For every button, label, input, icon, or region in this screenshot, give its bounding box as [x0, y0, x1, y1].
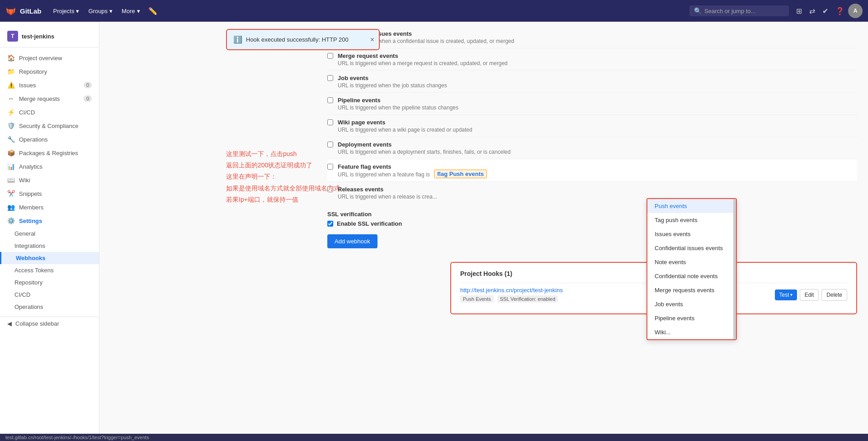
merge-request-icon-button[interactable]: ⇄	[806, 5, 819, 17]
sidebar-subitem-webhooks[interactable]: Webhooks	[0, 252, 99, 264]
event-merge-request-checkbox[interactable]	[327, 53, 333, 59]
sidebar-item-label: Operations	[19, 136, 48, 143]
sidebar-item-label: Packages & Registries	[19, 150, 78, 156]
event-wiki-label[interactable]: Wiki page events	[338, 119, 385, 126]
event-feature-flag-label[interactable]: Feature flag events	[338, 163, 392, 170]
event-releases-label[interactable]: Releases events	[338, 186, 383, 193]
status-url: test.gitlab.cn/root/test-jenkins/-/hooks…	[5, 435, 149, 440]
sidebar-item-label: Analytics	[19, 163, 42, 170]
alert-close-button[interactable]: ×	[370, 36, 374, 44]
event-feature-flag: Feature flag events URL is triggered whe…	[327, 159, 857, 182]
event-wiki-desc: URL is triggered when a wiki page is cre…	[338, 127, 472, 133]
search-box: 🔍	[689, 5, 789, 16]
event-deployment-checkbox[interactable]	[327, 142, 333, 147]
operations-icon: 🔧	[7, 136, 14, 143]
annotation-line-3: 这里在声明一下：	[226, 171, 340, 182]
sidebar-item-wiki[interactable]: 📖 Wiki	[0, 173, 99, 187]
add-webhook-button[interactable]: Add webhook	[327, 234, 377, 248]
home-icon: 🏠	[7, 54, 14, 62]
dropdown-item-confidential-note-events[interactable]: Confidential note events	[647, 269, 736, 283]
ssl-checkbox-label[interactable]: Enable SSL verification	[337, 220, 402, 227]
sidebar-item-cicd[interactable]: ⚡ CI/CD	[0, 105, 99, 119]
dropdown-item-tag-push-events[interactable]: Tag push events	[647, 213, 736, 227]
sidebar-item-label: Members	[19, 204, 43, 211]
sidebar-item-label: Issues	[19, 82, 36, 89]
more-menu-button[interactable]: More ▾	[117, 5, 145, 17]
collapse-icon: ◀	[7, 320, 12, 327]
issues-icon: ⚠️	[7, 81, 14, 89]
sidebar-item-issues[interactable]: ⚠️ Issues 0	[0, 78, 99, 92]
dropdown-item-pipeline-events[interactable]: Pipeline events	[647, 311, 736, 325]
sidebar-item-packages[interactable]: 📦 Packages & Registries	[0, 146, 99, 160]
sidebar-item-merge-requests[interactable]: ↔️ Merge requests 0	[0, 92, 99, 105]
ssl-checkbox[interactable]	[327, 221, 333, 227]
search-input[interactable]	[704, 8, 777, 14]
event-releases: Releases events URL is triggered when a …	[327, 182, 857, 204]
sidebar-item-repository[interactable]: 📁 Repository	[0, 65, 99, 78]
sidebar-subitem-integrations[interactable]: Integrations	[0, 240, 99, 252]
repository-icon: 📁	[7, 68, 14, 75]
sidebar-item-security-compliance[interactable]: 🛡️ Security & Compliance	[0, 119, 99, 133]
sidebar-subitem-cicd[interactable]: CI/CD	[0, 289, 99, 301]
help-icon-button[interactable]: ❓	[832, 5, 848, 17]
event-job-desc: URL is triggered when the job status cha…	[338, 82, 447, 89]
collapse-label: Collapse sidebar	[15, 320, 59, 327]
sidebar-item-snippets[interactable]: ✂️ Snippets	[0, 187, 99, 200]
dropdown-item-push-events[interactable]: Push events	[647, 199, 736, 213]
gitlab-wordmark: GitLab	[20, 7, 42, 15]
sidebar-item-operations[interactable]: 🔧 Operations	[0, 133, 99, 146]
issues-badge: 0	[84, 82, 92, 88]
test-button[interactable]: Test ▾	[775, 289, 797, 300]
sidebar-subitem-access-tokens[interactable]: Access Tokens	[0, 264, 99, 276]
sidebar-item-project-overview[interactable]: 🏠 Project overview	[0, 51, 99, 65]
event-job-checkbox[interactable]	[327, 75, 333, 81]
annotation-overlay: 这里测试一下，点击push 返回上面的200状态证明成功了 这里在声明一下： 如…	[226, 148, 340, 205]
sidebar-item-members[interactable]: 👥 Members	[0, 200, 99, 214]
dropdown-item-issues-events[interactable]: Issues events	[647, 227, 736, 241]
event-deployment: Deployment events URL is triggered when …	[327, 137, 857, 159]
issues-icon-button[interactable]: ✔	[819, 5, 832, 17]
event-confidential-issues: Confidential issues events URL is trigge…	[327, 26, 857, 48]
alert-text: Hook executed successfully: HTTP 200	[246, 36, 349, 43]
events-content: Confidential issues events URL is trigge…	[316, 26, 868, 314]
ssl-label: SSL verification	[327, 211, 857, 218]
delete-button[interactable]: Delete	[821, 289, 847, 301]
dropdown-item-wiki-events[interactable]: Wiki...	[647, 325, 736, 339]
page-layout: T test-jenkins 🏠 Project overview 📁 Repo…	[0, 22, 868, 441]
sidebar-item-label: Merge requests	[19, 95, 60, 102]
event-deployment-label[interactable]: Deployment events	[338, 141, 392, 148]
projects-menu-button[interactable]: Projects ▾	[49, 5, 84, 17]
event-wiki-checkbox[interactable]	[327, 119, 333, 125]
security-icon: 🛡️	[7, 122, 14, 129]
groups-menu-button[interactable]: Groups ▾	[84, 5, 117, 17]
sidebar-subitem-operations[interactable]: Operations	[0, 301, 99, 313]
dropdown-item-confidential-issues-events[interactable]: Confidential issues events	[647, 241, 736, 255]
event-merge-request-desc: URL is triggered when a merge request is…	[338, 60, 508, 66]
event-job-label[interactable]: Job events	[338, 75, 368, 81]
pencil-icon-button[interactable]: ✏️	[145, 5, 161, 17]
dropdown-scrollbar[interactable]	[733, 199, 736, 339]
sidebar-item-analytics[interactable]: 📊 Analytics	[0, 160, 99, 173]
user-avatar[interactable]: A	[848, 4, 863, 18]
event-pipeline-label[interactable]: Pipeline events	[338, 97, 381, 104]
sidebar-subitem-repository[interactable]: Repository	[0, 276, 99, 289]
event-merge-request-label[interactable]: Merge request events	[338, 52, 398, 59]
edit-button[interactable]: Edit	[800, 289, 819, 301]
sidebar-item-settings[interactable]: ⚙️ Settings	[0, 214, 99, 228]
dropdown-item-merge-requests-events[interactable]: Merge requests events	[647, 283, 736, 297]
dropdown-item-job-events[interactable]: Job events	[647, 297, 736, 311]
ssl-section: SSL verification Enable SSL verification	[327, 211, 857, 227]
sidebar-item-label: Security & Compliance	[19, 123, 79, 129]
collapse-sidebar-button[interactable]: ◀ Collapse sidebar	[0, 317, 99, 330]
top-navigation: GitLab Projects ▾ Groups ▾ More ▾ ✏️ 🔍 ⊞…	[0, 0, 868, 22]
event-pipeline-desc: URL is triggered when the pipeline statu…	[338, 104, 458, 111]
gitlab-logo[interactable]: GitLab	[5, 5, 42, 16]
dropdown-item-note-events[interactable]: Note events	[647, 255, 736, 269]
sidebar-subitem-general[interactable]: General	[0, 228, 99, 240]
new-item-icon-button[interactable]: ⊞	[793, 5, 806, 17]
annotation-line-4: 如果是使用域名方式就全部使用域名方式	[226, 183, 340, 194]
event-job: Job events URL is triggered when the job…	[327, 71, 857, 93]
main-content: ℹ️ Hook executed successfully: HTTP 200 …	[99, 22, 868, 441]
event-pipeline-checkbox[interactable]	[327, 97, 333, 103]
sidebar-item-label: Wiki	[19, 177, 30, 184]
